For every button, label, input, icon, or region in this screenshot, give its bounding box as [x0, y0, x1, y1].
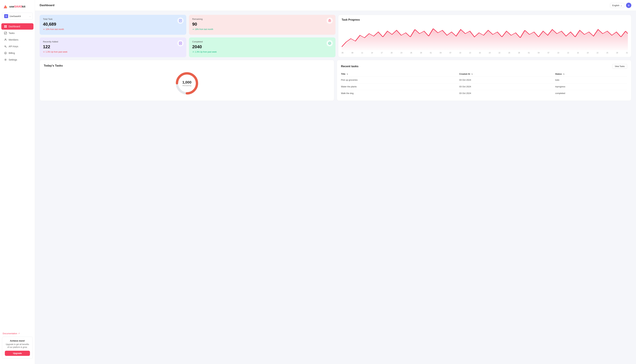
dashboard-content: Total Task 40,689 10% from last month Re…	[35, 11, 636, 364]
workspace-selector[interactable]: U UseSaasKit ⌄	[2, 13, 33, 20]
svg-point-19	[330, 21, 330, 21]
stat-change: 1.3% Up from past week	[192, 51, 332, 53]
top-row: Total Task 40,689 10% from last month Re…	[40, 15, 631, 57]
stat-cards-grid: Total Task 40,689 10% from last month Re…	[40, 15, 336, 57]
tasks-icon	[4, 32, 7, 34]
language-selector[interactable]: English ⌄	[610, 3, 624, 8]
task-progress-card: Task Progress 05081114172023262901040710…	[338, 15, 631, 57]
sidebar-item-label: Tasks	[9, 32, 15, 34]
col-title: Title ⇅	[341, 71, 459, 77]
svg-rect-5	[6, 26, 7, 28]
language-label: English	[612, 4, 619, 7]
task-title: Walk the dog	[341, 90, 459, 97]
sidebar-item-label: Billing	[9, 52, 15, 54]
recent-tasks-card: Recent tasks View Tasks Title ⇅ Created …	[337, 60, 631, 101]
docs-link[interactable]: Documentation ↗	[2, 332, 33, 335]
svg-point-7	[5, 39, 6, 40]
task-status: completed	[555, 90, 627, 97]
table-row: Water the plants 03 Oct 2024 inprogress	[341, 83, 627, 90]
stat-change: 10% from last month	[43, 28, 183, 30]
task-progress-chart	[342, 24, 628, 50]
stat-change: 1.3% Up from past week	[43, 51, 183, 53]
recent-tasks-header: Recent tasks View Tasks	[341, 64, 627, 69]
stat-label: Recently Added	[43, 40, 183, 43]
svg-rect-3	[6, 25, 7, 26]
chevron-down-icon: ⌄	[620, 4, 622, 7]
recent-tasks-title: Recent tasks	[341, 65, 359, 68]
svg-text:$: $	[5, 52, 6, 54]
task-status: inprogress	[555, 83, 627, 90]
svg-point-13	[5, 60, 6, 60]
svg-rect-4	[4, 26, 5, 28]
sidebar-item-dashboard[interactable]: Dashboard	[1, 23, 34, 30]
sidebar-item-label: Dashboard	[9, 25, 20, 28]
sidebar-item-label: API Keys	[9, 45, 18, 48]
chevron-down-icon: ⌄	[29, 15, 31, 17]
sidebar-item-api-keys[interactable]: API Keys	[1, 43, 34, 50]
logo-icon	[3, 4, 8, 9]
sidebar: useSAASkit U UseSaasKit ⌄ Dashboard Task…	[0, 0, 35, 364]
view-tasks-button[interactable]: View Tasks	[612, 64, 627, 69]
sidebar-item-tasks[interactable]: Tasks	[1, 30, 34, 36]
workspace-name: UseSaasKit	[10, 15, 28, 18]
sidebar-item-billing[interactable]: $ Billing	[1, 50, 34, 56]
table-row: Pick up groceries 03 Oct 2024 todo	[341, 77, 627, 83]
sidebar-nav: Dashboard Tasks Members API Keys $ Billi…	[0, 23, 35, 63]
logo-text: useSAASkit	[9, 5, 25, 8]
svg-rect-2	[4, 25, 5, 26]
task-title: Pick up groceries	[341, 77, 459, 83]
task-created-at: 03 Oct 2024	[459, 83, 555, 90]
user-avatar[interactable]: S	[626, 3, 631, 8]
sidebar-bottom: Documentation ↗ Achieve more! Upgrade to…	[0, 330, 35, 361]
donut-label: Remaining	[182, 84, 191, 86]
sort-icon[interactable]: ⇅	[347, 73, 348, 75]
topbar-right: English ⌄ S	[610, 3, 631, 8]
chart-x-labels: 0508111417202326290104071013161922252801…	[342, 52, 628, 54]
donut-value: 1,000	[182, 80, 191, 84]
sidebar-item-settings[interactable]: Settings	[1, 56, 34, 63]
stat-card-remaining: Remaining 90 18% from last month	[189, 15, 336, 35]
billing-icon: $	[4, 52, 7, 54]
col-status: Status ⇅	[555, 71, 627, 77]
sidebar-item-label: Settings	[9, 58, 17, 61]
stat-value: 122	[43, 44, 183, 50]
stat-card-total-task: Total Task 40,689 10% from last month	[40, 15, 186, 35]
dashboard-icon	[4, 25, 7, 28]
members-icon	[4, 38, 7, 41]
chart-title: Task Progress	[342, 18, 628, 21]
svg-point-8	[5, 46, 6, 47]
task-created-at: 03 Oct 2024	[459, 77, 555, 83]
stat-label: Remaining	[192, 18, 332, 20]
task-title: Water the plants	[341, 83, 459, 90]
donut-container: 1,000 Remaining	[44, 70, 330, 97]
bottom-row: Today's Tasks 1,000 Remaining	[40, 60, 631, 101]
sort-icon[interactable]: ⇅	[471, 73, 473, 75]
stat-value: 40,689	[43, 22, 183, 27]
page-title: Dashboard	[40, 4, 55, 7]
donut-center: 1,000 Remaining	[182, 80, 191, 86]
workspace-avatar: U	[4, 14, 8, 18]
svg-rect-18	[329, 20, 331, 22]
stat-value: 2040	[192, 44, 332, 50]
recent-tasks-table: Title ⇅ Created At ⇅ Status ⇅ Pick up gr…	[341, 71, 627, 96]
donut-chart: 1,000 Remaining	[174, 70, 200, 97]
logo: useSAASkit	[0, 3, 35, 13]
sidebar-item-label: Members	[9, 38, 18, 41]
upgrade-title: Achieve more!	[5, 340, 30, 342]
svg-line-10	[6, 47, 6, 47]
col-created-at: Created At ⇅	[459, 71, 555, 77]
upgrade-box: Achieve more! Upgrade to get all benefit…	[2, 337, 33, 359]
topbar: Dashboard English ⌄ S	[35, 0, 636, 11]
total-task-icon	[177, 18, 184, 24]
task-created-at: 03 Oct 2024	[459, 90, 555, 97]
settings-icon	[4, 58, 7, 61]
api-keys-icon	[4, 45, 7, 48]
sidebar-item-members[interactable]: Members	[1, 36, 34, 43]
stat-card-recently-added: Recently Added 122 1.3% Up from past wee…	[40, 38, 186, 58]
external-link-icon: ↗	[18, 332, 20, 334]
stat-label: Total Task	[43, 18, 183, 20]
upgrade-button[interactable]: Upgrade	[5, 351, 30, 356]
docs-label: Documentation	[3, 332, 17, 335]
sort-icon[interactable]: ⇅	[563, 73, 564, 75]
stat-change: 18% from last month	[192, 28, 332, 30]
